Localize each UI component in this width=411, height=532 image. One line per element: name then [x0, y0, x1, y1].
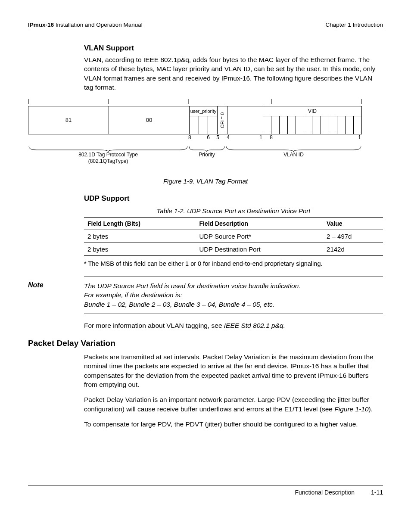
table-row: 2 bytes UDP Destination Port 2142d [84, 243, 383, 255]
note-text: The UDP Source Port field is used for de… [84, 281, 383, 309]
table-caption: Table 1-2. UDP Source Port as Destinatio… [84, 207, 383, 215]
pdv-heading: Packet Delay Variation [28, 339, 383, 348]
brace-label-vlanid: VLAN ID [225, 152, 362, 158]
footer-page: 1-11 [371, 489, 383, 496]
brace-label-priority: Priority [188, 152, 225, 158]
note-block: Note The UDP Source Port field is used f… [84, 277, 383, 314]
vlan-braces: 802.1D Tag Protocol Type (802.1QTagType)… [28, 146, 362, 165]
th-field-desc: Field Description [196, 217, 323, 230]
table-row: 2 bytes UDP Source Port* 2 – 497d [84, 230, 383, 243]
vlan-byte1: 81 [28, 106, 109, 134]
udp-table: Field Length (Bits) Field Description Va… [84, 217, 383, 256]
note-label: Note [28, 281, 84, 309]
vlan-paragraph: VLAN, according to IEEE 802.1p&q, adds f… [84, 55, 383, 92]
pdv-p1: Packets are transmitted at set intervals… [84, 352, 383, 389]
vlan-vid-cell: VID [263, 106, 361, 134]
vlan-byte2: 00 [109, 106, 190, 134]
th-field-length: Field Length (Bits) [84, 217, 196, 230]
page-header: IPmux-16 Installation and Operation Manu… [28, 22, 383, 30]
brace-label-tagtype: 802.1D Tag Protocol Type [28, 152, 188, 158]
vlan-cfi-cell: CFI = 0 [218, 106, 227, 134]
footer-section: Functional Description [295, 489, 355, 496]
vlan-vid-label: VID [263, 106, 361, 116]
vlan-diagram: 81 00 user_priority CFI = 0 VID 8 6 5 4 … [28, 98, 383, 165]
th-value: Value [323, 217, 383, 230]
vlan-heading: VLAN Support [84, 44, 383, 53]
table-footnote: * The MSB of this field can be either 1 … [84, 260, 383, 267]
vlan-blank-cell [227, 106, 263, 134]
manual-title-rest: Installation and Operation Manual [54, 22, 143, 28]
manual-title-bold: IPmux-16 [28, 22, 54, 28]
vlan-bit-numbers: 8 6 5 4 1 8 1 [28, 134, 362, 143]
vlan-user-priority-cell: user_priority [190, 106, 218, 134]
page-footer: Functional Description 1-11 [28, 485, 383, 496]
udp-heading: UDP Support [84, 194, 383, 203]
pdv-p3: To compensate for large PDV, the PDVT (j… [84, 420, 383, 429]
figure-caption: Figure 1-9. VLAN Tag Format [28, 177, 383, 185]
vlan-user-priority-label: user_priority [190, 106, 217, 116]
top-tick-marks [28, 99, 362, 104]
more-info-line: For more information about VLAN tagging,… [84, 321, 383, 330]
brace-label-tagtype2: (802.1QTagType) [28, 158, 188, 165]
chapter-label: Chapter 1 Introduction [325, 22, 383, 28]
pdv-p2: Packet Delay Variation is an important n… [84, 395, 383, 414]
